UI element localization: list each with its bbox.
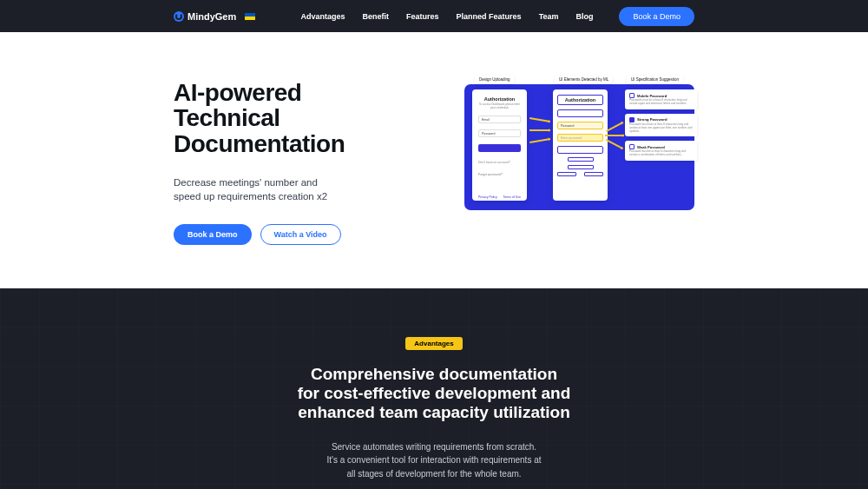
nav-planned-features[interactable]: Planned Features — [457, 12, 522, 21]
arrow-icon — [529, 129, 550, 131]
graphic-card-2: Authorization Password Enter password — [553, 89, 608, 201]
hero: AI-powered Technical Documentation Decre… — [0, 32, 868, 288]
hero-actions: Book a Demo Watch a Video — [174, 224, 412, 245]
hero-title-l2: Technical — [174, 104, 280, 131]
watch-video-button[interactable]: Watch a Video — [260, 224, 341, 245]
nav-advantages[interactable]: Advantages — [301, 12, 345, 21]
flag-icon — [245, 13, 255, 20]
hero-title-l3: Documentation — [174, 130, 345, 157]
nav-features[interactable]: Features — [406, 12, 439, 21]
graphic-card-3: Mobile Password Passwords must be at lea… — [625, 89, 697, 201]
nav-benefit[interactable]: Benefit — [363, 12, 390, 21]
nav: Advantages Benefit Features Planned Feat… — [301, 12, 594, 21]
advantages-sub: Service automates writing requirements f… — [0, 440, 868, 481]
hero-title: AI-powered Technical Documentation — [174, 80, 412, 156]
logo-text: MindyGem — [187, 11, 236, 22]
hero-subtitle: Decrease meetings' number and speed up r… — [174, 175, 412, 203]
graphic-card-1: Authorization To access Dashboard, pleas… — [472, 89, 527, 201]
logo-icon — [174, 11, 184, 22]
graphic-canvas: Design Uploading UI Elements Detected by… — [464, 84, 694, 210]
header: MindyGem Advantages Benefit Features Pla… — [0, 0, 868, 32]
advantages-section: Advantages Comprehensive documentation f… — [0, 288, 868, 489]
hero-title-l1: AI-powered — [174, 79, 301, 106]
book-demo-button[interactable]: Book a Demo — [174, 224, 252, 245]
arrow-icon — [606, 122, 623, 132]
logo[interactable]: MindyGem — [174, 11, 255, 22]
advantages-badge: Advantages — [405, 337, 462, 350]
book-demo-button-header[interactable]: Book a Demo — [619, 7, 694, 26]
hero-text: AI-powered Technical Documentation Decre… — [174, 80, 412, 245]
nav-team[interactable]: Team — [539, 12, 559, 21]
graphic-tag-3: UI Specification Suggestion — [627, 76, 683, 83]
advantages-title: Comprehensive documentation for cost-eff… — [0, 365, 868, 422]
hero-graphic: Design Uploading UI Elements Detected by… — [456, 80, 694, 245]
graphic-tag-1: Design Uploading — [475, 76, 515, 83]
arrow-icon — [606, 139, 623, 149]
nav-blog[interactable]: Blog — [575, 12, 593, 21]
arrow-icon — [529, 117, 550, 122]
arrow-icon — [529, 138, 550, 143]
checkbox-checked-icon — [629, 117, 635, 122]
graphic-tag-2: UI Elements Detected by ML — [555, 76, 613, 83]
arrow-icon — [605, 135, 624, 136]
